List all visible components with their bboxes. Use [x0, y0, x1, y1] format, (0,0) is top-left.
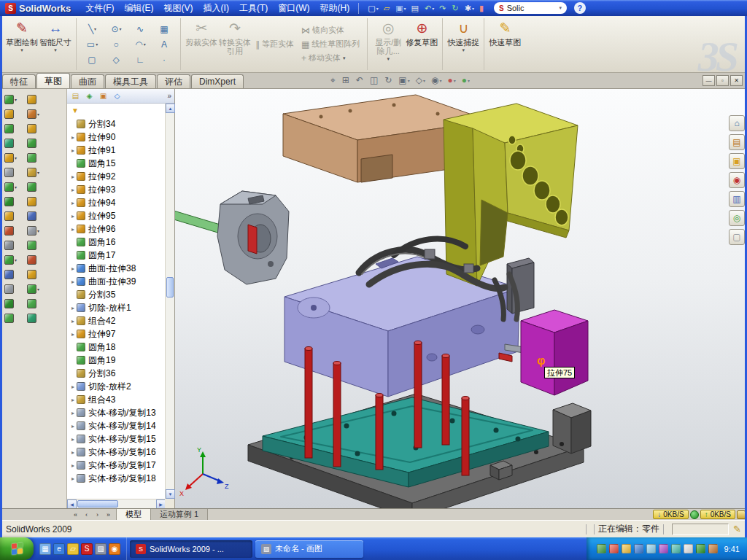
expand-arrow-icon[interactable]: ▸ — [69, 147, 77, 154]
taskpane-view-palette-icon[interactable]: ▥ — [729, 191, 745, 207]
dropdown-arrow-icon[interactable]: ▾ — [343, 55, 346, 61]
help-button[interactable]: ? — [574, 2, 586, 14]
feature-tree-item[interactable]: 分割35 — [67, 288, 165, 301]
restore-button[interactable]: ▫ — [716, 75, 729, 86]
feature-tree-item[interactable]: 圆角19 — [67, 354, 165, 367]
expand-arrow-icon[interactable]: ▸ — [69, 187, 77, 193]
move-entities-button[interactable]: + 移动实体 ▾ — [301, 52, 360, 63]
point-tool-icon[interactable]: ∙ — [152, 52, 177, 67]
expand-arrow-icon[interactable]: ▸ — [69, 410, 77, 416]
start-button[interactable] — [0, 537, 34, 560]
scroll-up-icon[interactable]: ▲ — [166, 104, 175, 113]
feature-tree-item[interactable]: ▸ 拉伸96 — [67, 222, 165, 236]
scroll-down-icon[interactable]: ▼ — [166, 489, 175, 499]
feature-tree-item[interactable]: ▸ 拉伸94 — [67, 196, 165, 209]
redo-icon[interactable]: ↷ — [437, 1, 449, 15]
model-hose-connector[interactable] — [507, 258, 534, 314]
model-mold-block[interactable] — [285, 257, 524, 397]
dropdown-arrow-icon[interactable]: ▾ — [387, 55, 390, 62]
menu-item[interactable]: 视图(V) — [159, 0, 198, 17]
taskpane-appearances-icon[interactable]: ◎ — [729, 210, 745, 226]
propertymanager-tab-icon[interactable]: ◈ — [84, 90, 95, 101]
sketch-pattern-tool-icon[interactable]: ▦ — [152, 21, 177, 36]
forward-button[interactable]: » — [103, 510, 114, 520]
feature-tree-item[interactable]: 分割34 — [67, 117, 165, 131]
feature-tree-item[interactable]: ▸ 切除-放样1 — [67, 301, 165, 314]
quicklaunch-internet-explorer-icon[interactable]: e — [53, 543, 65, 555]
taskpane-resources-icon[interactable]: ⌂ — [729, 115, 745, 131]
scrollbar-thumb[interactable] — [77, 500, 118, 508]
taskpane-file-explorer-icon[interactable]: ▣ — [729, 153, 745, 169]
linear-sketch-pattern-button[interactable]: ▦ 线性草图阵列 — [301, 39, 360, 50]
net-status-icon[interactable] — [690, 510, 699, 519]
menu-item[interactable]: 工具(T) — [234, 0, 273, 17]
feature-tree-item[interactable]: ▸ 拉伸95 — [67, 209, 165, 222]
feature-tree-item[interactable]: ▸ 实体-移动/复制17 — [67, 459, 165, 472]
feature-tree-item[interactable]: ▸ 实体-移动/复制18 — [67, 472, 165, 485]
feature-tree-item[interactable]: 圆角17 — [67, 249, 165, 262]
dropdown-arrow-icon[interactable]: ▾ — [54, 47, 57, 53]
ellipse-tool-icon[interactable]: ○ — [104, 36, 128, 52]
left-toolbar-icon[interactable] — [27, 253, 42, 266]
dropdown-arrow-icon[interactable]: ▾ — [462, 47, 465, 53]
close-button[interactable]: ✕ — [730, 75, 743, 86]
expand-arrow-icon[interactable]: ▸ — [69, 134, 77, 141]
feature-tree-item[interactable]: ▸ 曲面-拉伸39 — [67, 275, 165, 288]
rapid-sketch-button[interactable]: ✎ 快速草图 — [488, 18, 522, 70]
expand-arrow-icon[interactable]: ▸ — [69, 331, 77, 338]
rotate-view-icon[interactable]: ↻ — [384, 75, 392, 85]
tray-icon[interactable] — [634, 544, 643, 553]
left-toolbar-icon[interactable] — [4, 107, 19, 120]
left-toolbar-icon[interactable] — [4, 311, 19, 324]
left-toolbar-icon[interactable] — [27, 238, 42, 252]
left-toolbar-icon[interactable] — [27, 268, 42, 281]
command-tab[interactable]: 特征 — [2, 74, 36, 88]
feature-tree-item[interactable]: ▸ 拉伸93 — [67, 183, 165, 196]
command-tab[interactable]: DimXpert — [191, 74, 244, 88]
feature-tree-item[interactable]: ▸ 组合43 — [67, 393, 165, 406]
expand-arrow-icon[interactable]: ▸ — [69, 384, 77, 390]
previous-view-icon[interactable]: ↶ — [356, 75, 364, 85]
feature-tree-item[interactable]: ▸ 实体-移动/复制15 — [67, 432, 165, 446]
tray-icon[interactable] — [708, 544, 718, 553]
feature-tree-item[interactable]: 圆角18 — [67, 341, 165, 354]
expand-arrow-icon[interactable]: ▸ — [69, 279, 77, 285]
line-tool-icon[interactable]: ╲ ▾ — [80, 21, 104, 36]
options-icon[interactable]: ✱ ▾ — [462, 1, 476, 15]
tree-vertical-scrollbar[interactable]: ▲ ▼ — [165, 104, 174, 499]
left-toolbar-icon[interactable] — [27, 209, 42, 222]
left-toolbar-icon[interactable] — [27, 297, 42, 310]
convert-entities-button[interactable]: ↷ 转换实体引用 — [218, 18, 252, 70]
left-toolbar-icon[interactable]: ▾ — [4, 93, 19, 106]
hide-show-items-icon[interactable]: ◉ ▾ — [431, 75, 442, 85]
model-side-block[interactable]: φ — [521, 310, 588, 395]
quicklaunch-paint-icon[interactable]: ▨ — [95, 543, 107, 555]
command-tab[interactable]: 模具工具 — [105, 74, 156, 88]
mirror-entities-button[interactable]: ⋈ 镜向实体 — [301, 25, 360, 36]
section-view-icon[interactable]: ◫ — [370, 75, 379, 85]
left-toolbar-icon[interactable]: ▾ — [27, 282, 42, 295]
dimxpertmanager-tab-icon[interactable]: ◇ — [112, 90, 123, 101]
command-tab[interactable]: 评估 — [157, 74, 190, 88]
left-toolbar-icon[interactable]: ▾ — [27, 224, 42, 237]
left-toolbar-icon[interactable] — [4, 268, 19, 281]
tray-icon[interactable] — [597, 544, 606, 553]
left-toolbar-icon[interactable] — [4, 297, 19, 310]
tray-icon[interactable] — [609, 544, 619, 553]
left-toolbar-icon[interactable] — [27, 122, 42, 135]
expand-arrow-icon[interactable]: ▸ — [69, 318, 77, 324]
model-tab[interactable]: 模型 — [116, 509, 151, 520]
chamfer-tool-icon[interactable]: ∟ — [128, 52, 152, 67]
feature-tree-item[interactable]: ▸ 拉伸91 — [67, 144, 165, 157]
model-tab[interactable]: 运动算例 1 — [150, 509, 208, 520]
left-toolbar-icon[interactable]: ▾ — [4, 151, 19, 164]
left-toolbar-icon[interactable] — [27, 136, 42, 149]
feature-tree-item[interactable]: ▸ 拉伸92 — [67, 170, 165, 183]
minimize-button[interactable]: — — [703, 75, 715, 86]
open-document-icon[interactable]: ▱ — [382, 1, 392, 15]
left-toolbar-icon[interactable]: ▾ — [27, 107, 42, 120]
save-icon[interactable]: ▣ ▾ — [393, 1, 408, 15]
feature-tree-item[interactable]: 分割36 — [67, 367, 165, 380]
configurationmanager-tab-icon[interactable]: ▣ — [98, 90, 109, 101]
next-button[interactable]: › — [92, 510, 103, 520]
